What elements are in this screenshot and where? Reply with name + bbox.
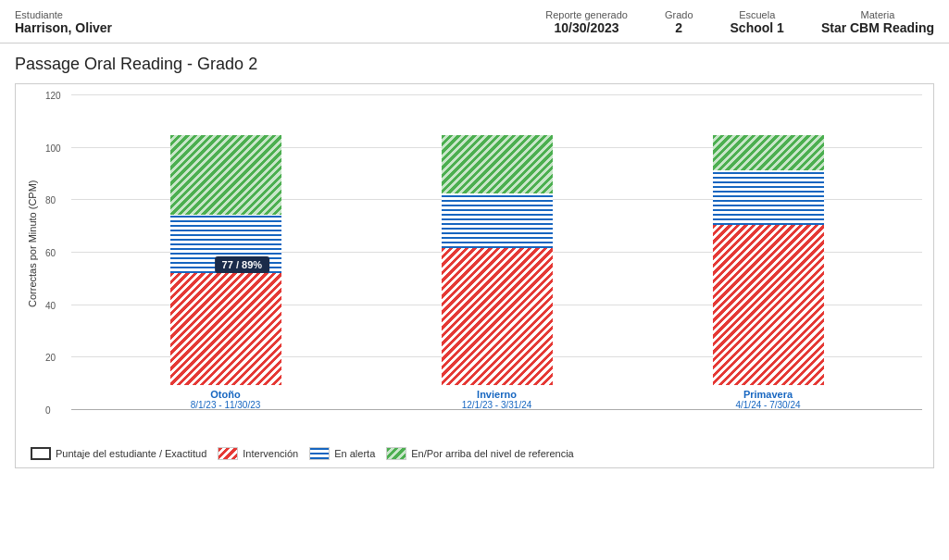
chart-area: Correctas por Minuto (CPM) 120 100 80 60 — [27, 95, 922, 438]
legend-alert: En alerta — [309, 447, 375, 460]
school-label: Escuela — [730, 9, 784, 20]
bar-primavera-season: Primavera — [735, 389, 800, 400]
grade-label: Grado — [665, 9, 693, 20]
chart-container: Correctas por Minuto (CPM) 120 100 80 60 — [15, 83, 934, 468]
header-student: Estudiante Harrison, Oliver — [15, 9, 144, 35]
bar-otono: 77 / 89% Otoño 8/1/23 - 11/30/23 — [166, 135, 286, 410]
bar-primavera-label: Primavera 4/1/24 - 7/30/24 — [735, 389, 800, 410]
bar-otono-label: Otoño 8/1/23 - 11/30/23 — [191, 389, 261, 410]
bar-otono-season: Otoño — [191, 389, 261, 400]
bar-primavera-alert — [713, 170, 824, 225]
legend-alert-box — [309, 447, 330, 460]
bar-invierno-dates: 12/1/23 - 3/31/24 — [462, 400, 532, 410]
bar-primavera-above — [713, 135, 824, 170]
bar-invierno-alert — [442, 193, 553, 248]
legend-intervention: Intervención — [218, 447, 298, 460]
bar-invierno-intervention — [442, 248, 553, 386]
chart-inner: 120 100 80 60 40 20 — [44, 95, 922, 438]
bar-invierno-label: Invierno 12/1/23 - 3/31/24 — [462, 389, 532, 410]
legend-above: En/Por arriba del nivel de referencia — [386, 447, 573, 460]
student-label: Estudiante — [15, 9, 144, 20]
bar-invierno-above — [442, 135, 553, 193]
legend-above-label: En/Por arriba del nivel de referencia — [411, 448, 573, 459]
report-label: Reporte generado — [545, 9, 628, 20]
bar-otono-above — [170, 135, 281, 215]
subject-label: Materia — [821, 9, 934, 20]
header-school: Escuela School 1 — [730, 9, 784, 35]
bar-primavera-intervention — [713, 225, 824, 385]
legend-intervention-box — [218, 447, 238, 460]
bar-otono-dates: 8/1/23 - 11/30/23 — [191, 400, 261, 410]
bar-stack-primavera — [713, 135, 824, 385]
bar-primavera-dates: 4/1/24 - 7/30/24 — [735, 400, 800, 410]
bar-otono-intervention — [170, 273, 281, 386]
bar-primavera: Primavera 4/1/24 - 7/30/24 — [708, 135, 829, 410]
header: Estudiante Harrison, Oliver Reporte gene… — [0, 0, 949, 44]
legend-alert-label: En alerta — [334, 448, 375, 459]
header-right: Reporte generado 10/30/2023 Grado 2 Escu… — [545, 9, 934, 35]
y-axis-label: Correctas por Minuto (CPM) — [27, 95, 38, 392]
chart-legend: Puntaje del estudiante / Exactitud Inter… — [27, 447, 922, 460]
report-date: 10/30/2023 — [545, 20, 628, 35]
grade-value: 2 — [665, 20, 693, 35]
legend-student-box — [31, 447, 51, 460]
header-subject: Materia Star CBM Reading — [821, 9, 934, 35]
bar-invierno-season: Invierno — [462, 389, 532, 400]
legend-intervention-label: Intervención — [243, 448, 298, 459]
chart-title: Passage Oral Reading - Grado 2 — [15, 55, 934, 74]
student-name: Harrison, Oliver — [15, 20, 144, 35]
bar-stack-invierno — [442, 135, 553, 385]
legend-student: Puntaje del estudiante / Exactitud — [31, 447, 206, 460]
legend-above-box — [386, 447, 406, 460]
bars-container: 77 / 89% Otoño 8/1/23 - 11/30/23 — [71, 95, 922, 410]
bar-invierno: Invierno 12/1/23 - 3/31/24 — [437, 135, 557, 410]
header-grade: Grado 2 — [665, 9, 693, 35]
school-value: School 1 — [730, 20, 784, 35]
legend-student-label: Puntaje del estudiante / Exactitud — [56, 448, 206, 459]
subject-value: Star CBM Reading — [821, 20, 934, 35]
header-report-date: Reporte generado 10/30/2023 — [545, 9, 628, 35]
chart-section: Passage Oral Reading - Grado 2 Correctas… — [0, 44, 949, 479]
tooltip: 77 / 89% — [215, 256, 269, 273]
